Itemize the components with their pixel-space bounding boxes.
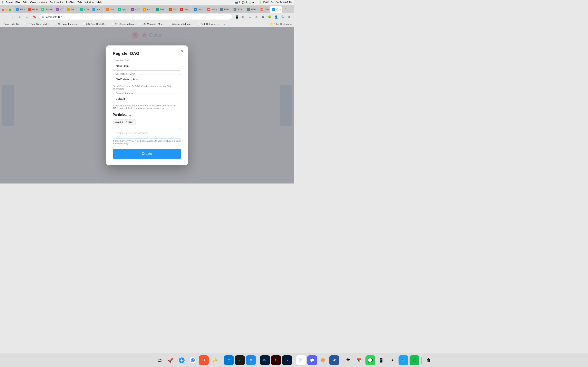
tab-label-dap: Dap... [71,8,77,11]
menu-view[interactable]: View [30,1,36,4]
tab-pioneer[interactable]: P Pioneer [39,6,53,13]
bookmark-btn[interactable]: 🔖 [31,14,37,20]
bookmarks-bar: Bookmarks Bar 📄 10 Best Side Hustle... 📄… [0,21,294,27]
bookmark-text-book: 60+ Best Book Co... [86,23,107,25]
tab-label-yt: (624) [212,8,217,11]
tab-eth3[interactable]: E ETH... [245,6,258,13]
modal-overlay[interactable]: Register DAO × Name of DAO Description o… [0,27,294,184]
extensions-btn[interactable]: 🧩 [267,14,272,20]
tab-bitly[interactable]: B Bitly [258,6,270,13]
bookmark-impress[interactable]: 📄 40+ Most Impress... [52,22,80,26]
tab-favicon-yt: ▶ [208,8,210,11]
address-bar[interactable]: 🔒 localhost:3001 [39,14,232,20]
tab-close-btn[interactable]: × [280,8,281,11]
tab-dap[interactable]: D Dap... [65,6,78,13]
menubar-icons: 📹 🎙 🎧 ⚙ 🌙 ✱ ... [235,1,257,4]
bookmark-side-hustle[interactable]: 📄 10 Best Side Hustle... [22,22,52,26]
menu-help[interactable]: Help [97,1,103,4]
bookmark-book[interactable]: 📄 60+ Best Book Co... [81,22,109,26]
fullscreen-window-btn[interactable] [9,8,11,11]
bookmark-icon-side-hustle: 📄 [24,23,27,25]
profile-btn[interactable]: 👤 [273,14,279,20]
tab-label-bitly: Bitly [265,8,269,11]
create-dao-btn[interactable]: Create [113,149,181,159]
tab-xmt[interactable]: X XMT [129,6,140,13]
tab-lw3[interactable]: L LW3 [14,6,26,13]
tab-label-vc: VC [60,8,63,11]
alert-btn[interactable]: ⚠ [254,14,259,20]
tab-eth2[interactable]: E ETH... [231,6,244,13]
tab-favicon-xmt: X [131,8,134,11]
contract-address-input[interactable] [113,94,181,103]
browser-chrome: L LW3 H Hacks P Pioneer V VC D Dap... C … [0,5,294,27]
tab-favicon-eth1: E [220,8,223,11]
tab-w4[interactable]: W W4 [167,6,178,13]
clock: Sun Jul 24 9:03 PM [271,1,292,4]
tab-das[interactable]: D Das... [154,6,167,13]
name-input[interactable] [113,61,181,71]
menu-file[interactable]: File [15,1,20,4]
back-btn[interactable]: ‹ [2,14,8,20]
cast-btn[interactable]: 📱 [234,14,240,20]
menu-edit[interactable]: Edit [22,1,27,4]
home-btn[interactable]: ⌂ [24,14,30,20]
bookmarks-folder[interactable]: 📁 Other Bookmarks [270,23,292,25]
tab-con[interactable]: C CON [78,6,90,13]
name-field-label: Name of DAO [115,59,130,62]
tab-hacks[interactable]: H Hacks [26,6,39,13]
app-name[interactable]: Brave [6,1,12,4]
apple-menu[interactable]:  [2,1,3,4]
tab-label-sph: Sph... [122,8,128,11]
battery-status: 🔋 100% [259,1,269,4]
tab-favicon-pioneer: P [42,8,44,11]
bookmark-a4-mag[interactable]: 📄 A4 Magazine Moc... [138,22,166,26]
menu-tab[interactable]: Tab [78,1,82,4]
bookmark-bar-label[interactable]: Bookmarks Bar [2,22,21,26]
bookmark-mug[interactable]: 📄 67+ Amazing Mug... [110,22,138,26]
grid-btn[interactable]: ⊞ [241,14,246,20]
tab-giu[interactable]: G Gius... [191,6,205,13]
search-btn[interactable]: 🔍 [280,14,285,20]
address-input[interactable] [113,128,181,138]
minimize-window-btn[interactable] [5,8,8,11]
page-content: 🌸 🌸 Clover Register DAO × Name of DAO De… [0,27,294,184]
bookmark-bible[interactable]: 📄 BibleGateway.co... [196,22,222,26]
tab-favicon-active: C [272,8,275,11]
forward-btn[interactable]: › [9,14,15,20]
menu-btn[interactable]: ≡ [286,14,292,20]
menu-window[interactable]: Window [85,1,94,4]
settings-btn[interactable]: ⚙ [260,14,266,20]
tab-bar-tab[interactable]: B Barc... [178,6,191,13]
tab-active[interactable]: C C × [270,6,282,13]
menu-profiles[interactable]: Profiles [66,1,75,4]
bookmarks-more[interactable]: » [224,23,225,25]
nav-actions: 📱 ⊞ 🛡 ⚠ ⚙ 🧩 👤 🔍 ≡ [234,14,292,20]
tab-app[interactable]: A App... [141,6,154,13]
tab-label-w4: W4 [173,8,177,11]
new-tab-btn[interactable]: + [283,6,287,11]
tab-favicon-hacks: H [28,8,31,11]
description-input[interactable] [113,74,181,84]
url-text: localhost:3001 [45,16,63,18]
tab-label-giu: Gius... [198,8,205,11]
tab-inb[interactable]: I Inbo... [90,6,103,13]
menu-bookmarks[interactable]: Bookmarks [50,1,63,4]
nav-bar: ‹ › ↻ ⌂ 🔖 🔒 localhost:3001 📱 ⊞ 🛡 ⚠ ⚙ 🧩 👤… [0,13,294,21]
more-tabs-btn[interactable]: ⌄ [288,6,292,11]
bookmark-text-a4-mag: A4 Magazine Moc... [144,23,164,25]
tab-yt[interactable]: ▶ (624) [205,6,217,13]
tab-vc[interactable]: V VC [54,6,64,13]
tab-favicon-sph: S [118,8,121,11]
shield-btn[interactable]: 🛡 [247,14,253,20]
bookmark-text-bible: BibleGateway.co... [201,23,220,25]
modal-close-btn[interactable]: × [180,49,185,54]
refresh-btn[interactable]: ↻ [17,14,22,20]
menu-history[interactable]: History [39,1,47,4]
tab-dao[interactable]: d dao: [104,6,115,13]
tab-label-eth1: ETH... [224,8,231,11]
tab-sph[interactable]: S Sph... [115,6,128,13]
bookmark-adv-a4[interactable]: 📄 Advanced A4 Mag... [167,22,195,26]
bookmark-icon-book: 📄 [83,23,86,25]
close-window-btn[interactable] [2,8,4,11]
tab-eth1[interactable]: E ETH... [218,6,231,13]
